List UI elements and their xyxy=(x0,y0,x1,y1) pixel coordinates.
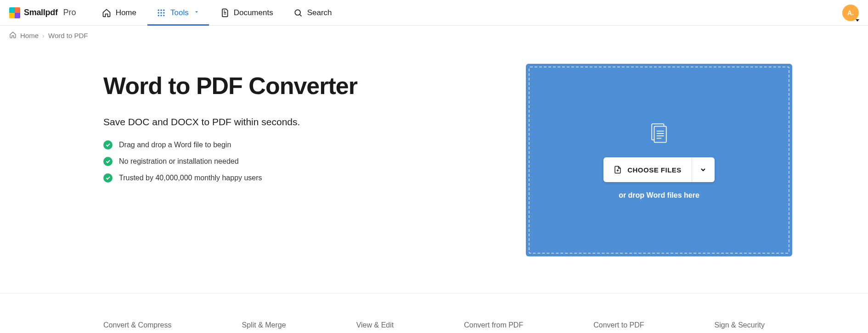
choose-files-group: CHOOSE FILES xyxy=(603,157,715,182)
category-heading: Split & Merge xyxy=(242,321,286,329)
category-heading: View & Edit xyxy=(356,321,394,329)
svg-rect-10 xyxy=(652,124,664,140)
breadcrumb: Home › Word to PDF xyxy=(0,26,868,45)
feature-item: No registration or installation needed xyxy=(103,157,507,166)
drop-hint: or drop Word files here xyxy=(619,191,699,200)
check-icon xyxy=(103,157,113,166)
breadcrumb-separator: › xyxy=(42,32,45,39)
home-icon xyxy=(102,8,111,17)
page-title: Word to PDF Converter xyxy=(103,73,507,99)
chevron-down-icon xyxy=(699,166,707,173)
brand-name: Smallpdf xyxy=(24,8,58,17)
avatar-initial: A. xyxy=(847,9,854,17)
main-content: Word to PDF Converter Save DOC and DOCX … xyxy=(76,45,792,293)
nav-tools[interactable]: Tools xyxy=(147,0,209,26)
file-add-icon xyxy=(614,166,622,174)
brand-logo[interactable]: Smallpdf Pro xyxy=(9,7,76,18)
category-heading: Sign & Security xyxy=(715,321,765,329)
svg-point-5 xyxy=(163,12,164,13)
choose-files-label: CHOOSE FILES xyxy=(627,166,682,174)
svg-point-8 xyxy=(163,15,164,16)
nav-search-label: Search xyxy=(307,8,332,17)
check-icon xyxy=(103,173,113,183)
category-heading: Convert & Compress xyxy=(103,321,172,329)
svg-point-4 xyxy=(160,12,162,13)
breadcrumb-current: Word to PDF xyxy=(48,32,88,39)
feature-text: No registration or installation needed xyxy=(119,157,239,166)
logo-icon xyxy=(9,7,20,18)
breadcrumb-home[interactable]: Home xyxy=(20,32,39,39)
brand-tier: Pro xyxy=(63,8,76,17)
nav-home-label: Home xyxy=(116,8,136,17)
caret-down-icon xyxy=(856,19,859,22)
feature-text: Trusted by 40,000,000 monthly happy user… xyxy=(119,174,262,182)
page-subtitle: Save DOC and DOCX to PDF within seconds. xyxy=(103,117,507,128)
search-icon xyxy=(293,8,303,17)
tool-categories: Convert & Compress Split & Merge View & … xyxy=(0,293,868,333)
feature-list: Drag and drop a Word file to begin No re… xyxy=(103,140,507,183)
feature-text: Drag and drop a Word file to begin xyxy=(119,141,231,149)
chevron-down-icon xyxy=(193,8,200,17)
documents-icon xyxy=(220,8,229,17)
grid-icon xyxy=(157,8,166,17)
feature-item: Trusted by 40,000,000 monthly happy user… xyxy=(103,173,507,183)
nav-home[interactable]: Home xyxy=(93,0,146,26)
nav-documents-label: Documents xyxy=(234,8,273,17)
svg-point-2 xyxy=(163,9,164,11)
nav-documents[interactable]: Documents xyxy=(211,0,282,26)
file-stack-icon xyxy=(646,121,672,148)
choose-files-button[interactable]: CHOOSE FILES xyxy=(603,157,692,182)
home-icon xyxy=(9,31,17,40)
file-dropzone[interactable]: CHOOSE FILES or drop Word files here xyxy=(526,64,792,256)
nav-items: Home Tools Documents Search xyxy=(93,0,341,26)
category-heading: Convert from PDF xyxy=(464,321,523,329)
nav-tools-label: Tools xyxy=(170,8,189,17)
svg-point-3 xyxy=(158,12,159,13)
svg-point-1 xyxy=(160,9,162,11)
hero-text: Word to PDF Converter Save DOC and DOCX … xyxy=(76,64,507,183)
feature-item: Drag and drop a Word file to begin xyxy=(103,140,507,150)
svg-point-0 xyxy=(158,9,159,11)
svg-point-6 xyxy=(158,15,159,16)
top-nav: Smallpdf Pro Home Tools Documents xyxy=(0,0,868,26)
nav-search[interactable]: Search xyxy=(284,0,341,26)
svg-rect-11 xyxy=(654,126,666,142)
svg-point-7 xyxy=(160,15,162,16)
choose-files-dropdown[interactable] xyxy=(692,157,715,182)
svg-point-9 xyxy=(295,10,300,15)
check-icon xyxy=(103,140,113,150)
user-avatar[interactable]: A. xyxy=(842,5,859,21)
category-heading: Convert to PDF xyxy=(593,321,644,329)
